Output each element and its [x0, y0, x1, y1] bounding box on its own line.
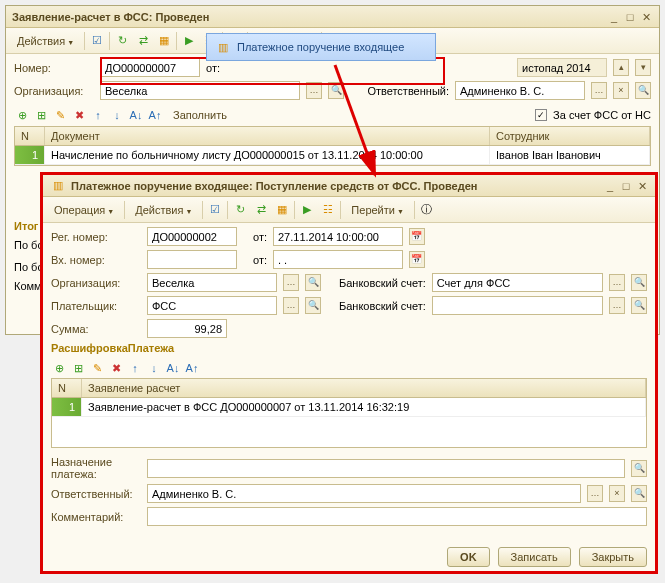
- run-icon[interactable]: ▶: [298, 201, 316, 219]
- table-row[interactable]: 1 Заявление-расчет в ФСС ДО000000007 от …: [52, 398, 646, 417]
- vxdate-field[interactable]: . .: [273, 250, 403, 269]
- refresh-icon[interactable]: ↻: [231, 201, 249, 219]
- amount-label: Сумма:: [51, 323, 141, 335]
- menu-item-incoming-payment[interactable]: ▥ Платежное поручение входящее: [209, 36, 433, 58]
- add-copy-icon[interactable]: ⊞: [33, 107, 49, 123]
- refresh-icon[interactable]: ↻: [113, 32, 131, 50]
- minimize-icon[interactable]: _: [607, 10, 621, 24]
- add-icon[interactable]: ⊕: [51, 360, 67, 376]
- child-title: Платежное поручение входящее: Поступлени…: [71, 180, 603, 192]
- write-button[interactable]: Записать: [498, 547, 571, 567]
- table-row[interactable]: 1 Начисление по больничному листу ДО0000…: [15, 146, 650, 165]
- period-field[interactable]: истопад 2014: [517, 58, 607, 77]
- move-icon[interactable]: ⇄: [134, 32, 152, 50]
- select-icon[interactable]: …: [283, 274, 299, 291]
- bank-label: Банковский счет:: [339, 277, 426, 289]
- spin-down-icon[interactable]: ▾: [635, 59, 651, 76]
- vxnum-label: Вх. номер:: [51, 254, 141, 266]
- sort-desc-icon[interactable]: A↑: [184, 360, 200, 376]
- col-n[interactable]: N: [15, 127, 45, 145]
- select-icon[interactable]: …: [591, 82, 607, 99]
- comment-field[interactable]: [147, 507, 647, 526]
- delete-icon[interactable]: ✖: [108, 360, 124, 376]
- fill-button[interactable]: Заполнить: [166, 106, 234, 124]
- edit-icon[interactable]: ✎: [89, 360, 105, 376]
- operation-button[interactable]: Операция▼: [47, 201, 121, 219]
- date-field[interactable]: 27.11.2014 10:00:00: [273, 227, 403, 246]
- resp-field[interactable]: Админенко В. С.: [147, 484, 581, 503]
- resp-label: Ответственный:: [51, 488, 141, 500]
- post-icon[interactable]: ☑: [88, 32, 106, 50]
- ok-button[interactable]: OK: [447, 547, 490, 567]
- post-icon[interactable]: ☑: [206, 201, 224, 219]
- reg-label: Рег. номер:: [51, 231, 141, 243]
- go-button[interactable]: Перейти▼: [344, 201, 411, 219]
- report-icon[interactable]: ▦: [155, 32, 173, 50]
- select-icon[interactable]: …: [609, 297, 625, 314]
- org-field[interactable]: Веселка: [147, 273, 277, 292]
- close-icon[interactable]: ✕: [639, 10, 653, 24]
- maximize-icon[interactable]: □: [623, 10, 637, 24]
- calendar-icon[interactable]: 📅: [409, 228, 425, 245]
- open-icon[interactable]: 🔍: [631, 460, 647, 477]
- number-field[interactable]: ДО000000007: [100, 58, 200, 77]
- open-icon[interactable]: 🔍: [631, 485, 647, 502]
- clear-icon[interactable]: ×: [609, 485, 625, 502]
- resp-field[interactable]: Админенко В. С.: [455, 81, 585, 100]
- bank-field[interactable]: Счет для ФСС: [432, 273, 603, 292]
- payer-field[interactable]: ФСС: [147, 296, 277, 315]
- bank2-field[interactable]: [432, 296, 603, 315]
- up-icon[interactable]: ↑: [127, 360, 143, 376]
- move-icon[interactable]: ⇄: [252, 201, 270, 219]
- main-toolbar: Действия▼ ☑ ↻ ⇄ ▦ ▶ ☷ ↪▼ Перейти▼ ⓘ ▥ Пл…: [6, 28, 659, 54]
- structure-icon[interactable]: ☷: [319, 201, 337, 219]
- up-icon[interactable]: ↑: [90, 107, 106, 123]
- org-field[interactable]: Веселка: [100, 81, 300, 100]
- select-icon[interactable]: …: [306, 82, 322, 99]
- number-label: Номер:: [14, 62, 94, 74]
- close-icon[interactable]: ✕: [635, 179, 649, 193]
- add-copy-icon[interactable]: ⊞: [70, 360, 86, 376]
- delete-icon[interactable]: ✖: [71, 107, 87, 123]
- decode-toolbar: ⊕ ⊞ ✎ ✖ ↑ ↓ A↓ A↑: [51, 358, 647, 378]
- sort-desc-icon[interactable]: A↑: [147, 107, 163, 123]
- down-icon[interactable]: ↓: [109, 107, 125, 123]
- report-icon[interactable]: ▦: [273, 201, 291, 219]
- run-icon[interactable]: ▶: [180, 32, 198, 50]
- open-icon[interactable]: 🔍: [631, 274, 647, 291]
- open-icon[interactable]: 🔍: [305, 274, 321, 291]
- add-icon[interactable]: ⊕: [14, 107, 30, 123]
- col-doc[interactable]: Заявление расчет: [82, 379, 646, 397]
- col-doc[interactable]: Документ: [45, 127, 490, 145]
- open-icon[interactable]: 🔍: [635, 82, 651, 99]
- close-button[interactable]: Закрыть: [579, 547, 647, 567]
- from-label: от:: [206, 62, 220, 74]
- open-icon[interactable]: 🔍: [328, 82, 344, 99]
- amount-field[interactable]: 99,28: [147, 319, 227, 338]
- sort-asc-icon[interactable]: A↓: [165, 360, 181, 376]
- actions-button[interactable]: Действия▼: [128, 201, 199, 219]
- col-n[interactable]: N: [52, 379, 82, 397]
- clear-icon[interactable]: ×: [613, 82, 629, 99]
- actions-button[interactable]: Действия▼: [10, 32, 81, 50]
- vxnum-field[interactable]: [147, 250, 237, 269]
- calendar-icon[interactable]: 📅: [409, 251, 425, 268]
- select-icon[interactable]: …: [609, 274, 625, 291]
- help-icon[interactable]: ⓘ: [418, 201, 436, 219]
- sort-asc-icon[interactable]: A↓: [128, 107, 144, 123]
- select-icon[interactable]: …: [587, 485, 603, 502]
- purpose-field[interactable]: [147, 459, 625, 478]
- reg-field[interactable]: ДО00000002: [147, 227, 237, 246]
- child-titlebar: ▥ Платежное поручение входящее: Поступле…: [43, 175, 655, 197]
- down-icon[interactable]: ↓: [146, 360, 162, 376]
- col-emp[interactable]: Сотрудник: [490, 127, 650, 145]
- maximize-icon[interactable]: □: [619, 179, 633, 193]
- fss-checkbox[interactable]: ✓: [535, 109, 547, 121]
- decode-grid: N Заявление расчет 1 Заявление-расчет в …: [51, 378, 647, 448]
- open-icon[interactable]: 🔍: [631, 297, 647, 314]
- open-icon[interactable]: 🔍: [305, 297, 321, 314]
- minimize-icon[interactable]: _: [603, 179, 617, 193]
- spin-up-icon[interactable]: ▴: [613, 59, 629, 76]
- select-icon[interactable]: …: [283, 297, 299, 314]
- edit-icon[interactable]: ✎: [52, 107, 68, 123]
